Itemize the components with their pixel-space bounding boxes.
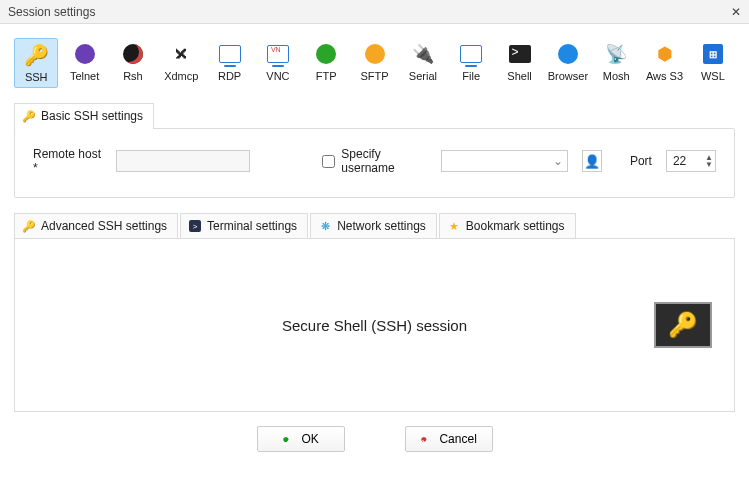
ftp-icon [314,42,338,66]
file-icon [459,42,483,66]
protocol-rdp[interactable]: RDP [207,38,251,88]
basic-settings-panel: Remote host * Specify username ⌄ 👤 Port … [14,128,735,198]
protocol-label: FTP [316,70,337,82]
protocol-sftp[interactable]: SFTP [352,38,396,88]
vnc-icon: VN [266,42,290,66]
protocol-toolbar: 🔑SSHTelnetRsh🗶XdmcpRDPVNVNCFTPSFTP🔌Seria… [14,38,735,88]
tab-network[interactable]: ❋Network settings [310,213,437,239]
protocol-label: Telnet [70,70,99,82]
settings-tab-strip: 🔑Advanced SSH settings>Terminal settings… [14,212,735,238]
tab-advanced[interactable]: 🔑Advanced SSH settings [14,213,178,239]
dialog-content: 🔑SSHTelnetRsh🗶XdmcpRDPVNVNCFTPSFTP🔌Seria… [0,24,749,460]
protocol-shell[interactable]: Shell [497,38,541,88]
protocol-serial[interactable]: 🔌Serial [401,38,445,88]
dialog-button-row: ● ✓ OK ● ✕ Cancel [14,426,735,452]
protocol-label: Serial [409,70,437,82]
protocol-xdmcp[interactable]: 🗶Xdmcp [159,38,203,88]
protocol-rsh[interactable]: Rsh [111,38,155,88]
bookmark-tab-icon: ★ [448,220,460,232]
port-spinner[interactable]: 22 ▲▼ [666,150,716,172]
serial-icon: 🔌 [411,42,435,66]
tab-bookmark[interactable]: ★Bookmark settings [439,213,576,239]
protocol-file[interactable]: File [449,38,493,88]
network-tab-icon: ❋ [319,220,331,232]
protocol-telnet[interactable]: Telnet [62,38,106,88]
key-icon: 🔑 [23,110,35,122]
chevron-down-icon: ⌄ [553,154,563,168]
protocol-label: Aws S3 [646,70,683,82]
session-description: Secure Shell (SSH) session [282,317,467,334]
tab-basic-ssh-settings[interactable]: 🔑 Basic SSH settings [14,103,154,129]
rsh-icon [121,42,145,66]
browser-icon [556,42,580,66]
tab-label: Basic SSH settings [41,109,143,123]
protocol-browser[interactable]: Browser [546,38,590,88]
basic-settings-section: 🔑 Basic SSH settings Remote host * Speci… [14,102,735,198]
ssh-icon: 🔑 [24,43,48,67]
mosh-icon: 📡 [604,42,628,66]
protocol-label: File [462,70,480,82]
tab-terminal[interactable]: >Terminal settings [180,213,308,239]
sftp-icon [363,42,387,66]
key-icon: 🔑 [668,311,698,339]
remote-host-input[interactable] [116,150,250,172]
user-picker-button[interactable]: 👤 [582,150,602,172]
specify-username-check[interactable]: Specify username [322,147,427,175]
cancel-button[interactable]: ● ✕ Cancel [405,426,493,452]
port-value: 22 [673,154,686,168]
port-label: Port [630,154,652,168]
protocol-label: Xdmcp [164,70,198,82]
protocol-label: RDP [218,70,241,82]
tab-label: Advanced SSH settings [41,219,167,233]
shell-icon [508,42,532,66]
protocol-ftp[interactable]: FTP [304,38,348,88]
tab-label: Network settings [337,219,426,233]
tab-label: Bookmark settings [466,219,565,233]
settings-tabs-section: 🔑Advanced SSH settings>Terminal settings… [14,212,735,412]
ok-button-label: OK [301,432,318,446]
ok-button[interactable]: ● ✓ OK [257,426,345,452]
wsl-icon: ⊞ [701,42,725,66]
specify-username-checkbox[interactable] [322,155,335,168]
specify-username-label: Specify username [341,147,427,175]
title-bar: Session settings ✕ [0,0,749,24]
protocol-label: Mosh [603,70,630,82]
protocol-vnc[interactable]: VNVNC [256,38,300,88]
protocol-label: SSH [25,71,48,83]
username-combo[interactable]: ⌄ [441,150,568,172]
advanced-tab-icon: 🔑 [23,220,35,232]
terminal-tab-icon: > [189,220,201,232]
protocol-label: WSL [701,70,725,82]
spinner-arrows-icon[interactable]: ▲▼ [705,154,713,168]
protocol-wsl[interactable]: ⊞WSL [691,38,735,88]
remote-host-label: Remote host * [33,147,102,175]
xdmcp-icon: 🗶 [169,42,193,66]
protocol-label: Browser [548,70,588,82]
protocol-mosh[interactable]: 📡Mosh [594,38,638,88]
session-key-badge: 🔑 [654,302,712,348]
cancel-button-label: Cancel [439,432,476,446]
tab-label: Terminal settings [207,219,297,233]
awss3-icon: ⬢ [653,42,677,66]
telnet-icon [73,42,97,66]
protocol-awss3[interactable]: ⬢Aws S3 [642,38,686,88]
protocol-label: SFTP [361,70,389,82]
rdp-icon [218,42,242,66]
window-title: Session settings [8,5,95,19]
session-description-panel: Secure Shell (SSH) session 🔑 [14,238,735,412]
protocol-label: Shell [507,70,531,82]
person-icon: 👤 [584,154,600,169]
protocol-label: Rsh [123,70,143,82]
close-icon[interactable]: ✕ [731,5,741,19]
protocol-ssh[interactable]: 🔑SSH [14,38,58,88]
protocol-label: VNC [266,70,289,82]
